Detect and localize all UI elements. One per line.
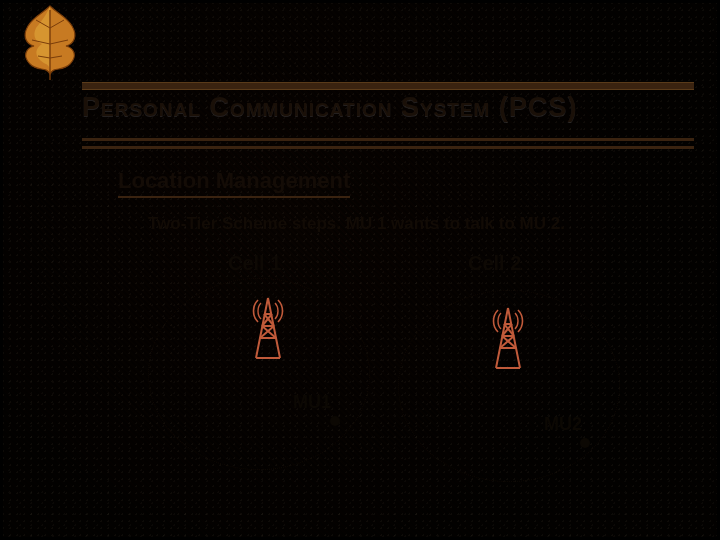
- slide: Personal Communication System (PCS) Loca…: [0, 0, 720, 540]
- cell-1-label: Cell 1: [228, 252, 281, 275]
- leaf-icon: [12, 0, 88, 90]
- tower-icon-cell-1: [248, 290, 288, 362]
- texture-overlay: [0, 0, 720, 540]
- section-heading: Location Management: [118, 168, 350, 198]
- title-rule-bottom-2: [82, 146, 694, 149]
- subtitle-text: Two-Tier Scheme steps. MU 1 wants to tal…: [148, 214, 565, 234]
- title-rule-bottom-1: [82, 138, 694, 141]
- mu1-label: MU1: [293, 392, 331, 413]
- title-rule-top: [82, 82, 694, 90]
- mu1-dot: [330, 416, 340, 426]
- cell-2-label: Cell 2: [468, 252, 521, 275]
- mu2-label: MU2: [544, 414, 582, 435]
- mu2-dot: [580, 438, 590, 448]
- slide-title: Personal Communication System (PCS): [82, 92, 702, 123]
- tower-icon-cell-2: [488, 300, 528, 372]
- slide-frame: [0, 0, 720, 540]
